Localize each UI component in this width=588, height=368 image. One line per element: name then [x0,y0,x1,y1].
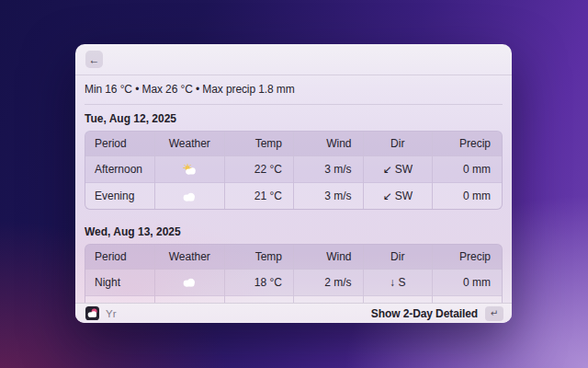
dir-cell: ↙ SW [363,155,433,182]
column-header-temp: Temp [224,245,294,269]
temp-cell: 21 °C [224,182,294,209]
weather-cell [155,269,225,295]
wind-cell: 3 m/s [294,155,364,182]
return-key-icon: ↵ [491,308,498,318]
app-name-label: Yr [106,308,117,319]
column-header-precip: Precip [433,132,503,155]
return-keycap[interactable]: ↵ [485,306,503,321]
column-header-wind: Wind [294,132,364,155]
period-cell: Afternoon [85,155,155,182]
wind-cell: 3 m/s [294,182,364,209]
sun-behind-cloud-icon [182,164,198,175]
column-header-precip: Precip [433,245,503,269]
column-header-dir: Dir [363,245,433,269]
precip-cell: 0 mm [433,155,503,182]
section-date-label: Wed, Aug 13, 2025 [85,218,503,244]
table-row: Evening21 °C3 m/s↙ SW0 mm [85,182,502,209]
table-row: Night18 °C2 m/s↓ S0 mm [85,269,502,295]
column-header-dir: Dir [363,132,433,155]
section-gap [85,210,503,218]
wind-cell: 2 m/s [294,269,364,295]
back-button[interactable]: ← [85,51,103,68]
precip-cell: 0 mm [433,269,503,295]
column-header-weather: Weather [155,132,225,155]
dir-cell: ↓ S [363,269,433,295]
column-header-period: Period [85,132,155,155]
precip-cell: 0 mm [433,182,503,209]
detail-content: Min 16 °C • Max 26 °C • Max precip 1.8 m… [75,75,512,323]
status-bar: Yr Show 2-Day Detailed ↵ [75,303,512,323]
forecast-sections: Tue, Aug 12, 2025PeriodWeatherTempWindDi… [85,105,503,323]
nav-bar: ← [75,44,512,75]
forecast-table: PeriodWeatherTempWindDirPrecipAfternoon2… [85,131,503,210]
cloud-icon [182,278,197,287]
section-date-label: Tue, Aug 12, 2025 [85,105,503,131]
dir-cell: ↙ SW [363,182,433,209]
raycast-window: ← Min 16 °C • Max 26 °C • Max precip 1.8… [75,44,512,323]
yr-app-icon [85,306,99,320]
period-cell: Night [85,269,155,295]
column-header-period: Period [85,245,155,269]
forecast-summary: Min 16 °C • Max 26 °C • Max precip 1.8 m… [85,75,503,104]
table-row: Afternoon22 °C3 m/s↙ SW0 mm [85,155,502,182]
primary-action-label[interactable]: Show 2-Day Detailed [371,307,478,320]
temp-cell: 18 °C [224,269,294,295]
column-header-temp: Temp [224,132,294,155]
period-cell: Evening [85,182,155,209]
column-header-wind: Wind [294,245,364,269]
weather-cell [155,155,225,182]
back-arrow-icon: ← [89,53,100,66]
cloud-icon [182,192,197,201]
column-header-weather: Weather [155,245,225,269]
temp-cell: 22 °C [224,155,294,182]
weather-cell [155,182,225,209]
